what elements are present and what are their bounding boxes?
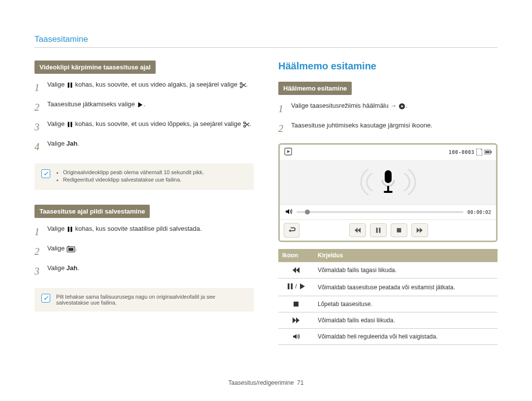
back-button[interactable]	[284, 223, 299, 238]
playback-screen-preview: 100-0003 00:00:02	[278, 143, 498, 242]
info-icon: ✓	[41, 169, 50, 178]
step-text: Taasesituse juhtimiseks kasutage järgmis…	[291, 121, 498, 136]
step-num: 1	[34, 80, 42, 95]
capture-icon	[66, 246, 75, 252]
elapsed-time: 00:00:02	[467, 210, 491, 215]
stop-icon	[292, 300, 300, 307]
soundwave-left-icon	[359, 167, 375, 197]
fastforward-icon	[292, 316, 300, 323]
th-icon: Ikoon	[278, 249, 314, 262]
play-circle-icon	[399, 103, 405, 110]
page-title: Taasesitamine	[34, 34, 498, 48]
section-bar-capture: Taasesituse ajal pildi salvestamine	[34, 205, 150, 218]
progress-slider[interactable]	[297, 211, 464, 213]
step-text: Valige taasesitusrežiimis häälmälu → .	[291, 101, 498, 117]
pause-icon	[66, 121, 73, 128]
battery-icon	[484, 150, 492, 155]
page-footer: Taasesitus/redigeerimine 71	[0, 379, 532, 386]
step-num: 3	[34, 263, 42, 279]
pause-button[interactable]	[370, 223, 387, 237]
step-num: 1	[278, 101, 286, 117]
step-num: 1	[34, 224, 42, 240]
step-num: 4	[34, 139, 42, 154]
table-row: Võimaldab failis tagasi liikuda.	[278, 262, 498, 278]
pause-icon	[66, 226, 73, 233]
step-text: Valige .	[47, 244, 254, 259]
section-bar-voicememo: Häälmemo esitamine	[278, 82, 352, 95]
section-bar-trim: Videoklipi kärpimine taasesituse ajal	[34, 61, 156, 74]
volume-icon[interactable]	[285, 208, 293, 216]
table-row: / Võimaldab taasesituse peatada või esit…	[278, 278, 498, 296]
table-row: Võimaldab heli reguleerida või heli vaig…	[278, 329, 498, 345]
step-text: Valige kohas, kus soovite staatilise pil…	[47, 224, 254, 240]
step-text: Valige Jah.	[47, 139, 254, 154]
soundwave-right-icon	[401, 167, 418, 197]
step-text: Valige Jah.	[47, 263, 254, 279]
note-box: ✓ Pilt tehakse sama failisuurusega nagu …	[34, 288, 254, 311]
step-text: Valige kohas, kus soovite, et uus video …	[47, 119, 254, 135]
file-counter: 100-0003	[449, 150, 474, 155]
scissors-icon	[239, 82, 246, 89]
step-num: 3	[34, 119, 42, 135]
rewind-icon	[292, 266, 300, 273]
volume-icon	[292, 333, 300, 339]
icon-legend-table: Ikoon Kirjeldus Võimaldab failis tagasi …	[278, 249, 498, 345]
fastforward-button[interactable]	[411, 223, 428, 237]
pause-icon	[66, 82, 73, 89]
section-heading-voicememo: Häälmemo esitamine	[278, 61, 498, 72]
storage-icon	[476, 149, 482, 156]
th-desc: Kirjeldus	[314, 249, 498, 262]
note-box: ✓ Originaalvideoklipp peab olema vähemal…	[34, 163, 254, 190]
rewind-button[interactable]	[349, 223, 366, 237]
playmode-icon	[284, 148, 293, 157]
step-text: Valige kohas, kus soovite, et uus video …	[47, 80, 254, 95]
play-icon	[136, 101, 143, 108]
table-row: Lõpetab taasesituse.	[278, 296, 498, 312]
table-row: Võimaldab failis edasi liikuda.	[278, 312, 498, 329]
microphone-icon	[378, 169, 398, 195]
scissors-icon	[243, 121, 250, 128]
step-num: 2	[34, 244, 42, 259]
step-num: 2	[34, 99, 42, 115]
pause-play-icon: /	[286, 282, 305, 290]
stop-button[interactable]	[391, 223, 407, 237]
info-icon: ✓	[41, 294, 50, 303]
step-num: 2	[278, 121, 286, 136]
step-text: Taasesituse jätkamiseks valige .	[47, 99, 254, 115]
